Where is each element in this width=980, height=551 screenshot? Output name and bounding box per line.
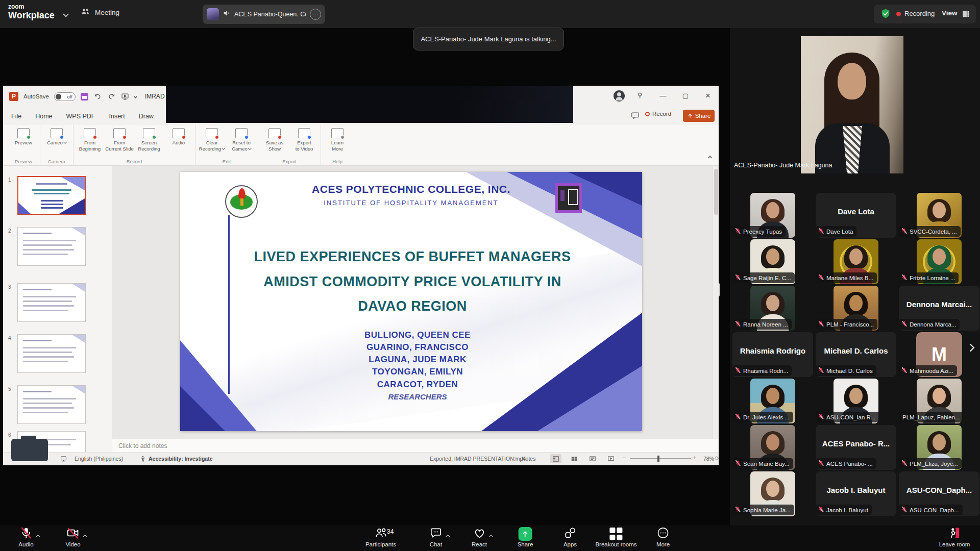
account-avatar-icon[interactable]	[614, 90, 625, 102]
close-button[interactable]: ✕	[700, 90, 716, 102]
participant-tile[interactable]: Dave LotaDave Lota	[816, 193, 896, 238]
zoom-in-icon[interactable]: +	[693, 455, 696, 461]
current-slide[interactable]: ACES POLYTECHNIC COLLEGE, INC. INSTITUTE…	[180, 172, 642, 431]
menu-insert[interactable]: Insert	[109, 113, 125, 120]
slide-sorter-icon[interactable]	[569, 454, 580, 463]
participant-tile[interactable]: SVCC-Cordeta, ...	[899, 193, 979, 238]
tab-active-meeting[interactable]: ACES Panabo-Queen. Cee B ···	[203, 5, 325, 24]
next-page-chevron-icon[interactable]	[968, 343, 973, 353]
chevron-up-icon[interactable]	[36, 531, 39, 540]
slide-thumbnail-1[interactable]	[17, 176, 86, 215]
toolbar-participants-button[interactable]: 34Participants	[365, 527, 396, 547]
quick-access-caret-icon[interactable]	[134, 94, 137, 98]
view-layout-icon[interactable]	[962, 10, 970, 20]
zoom-out-icon[interactable]: −	[623, 455, 626, 461]
slideshow-icon[interactable]	[121, 93, 129, 101]
toolbar-share-button[interactable]: Share	[518, 527, 533, 547]
ribbon-button-preview[interactable]: Preview	[9, 127, 38, 146]
vertical-scrollbar[interactable]	[713, 166, 719, 439]
redo-icon[interactable]	[107, 93, 116, 101]
ribbon-button-learn-more[interactable]: LearnMore	[323, 127, 352, 152]
chevron-up-icon[interactable]	[83, 531, 86, 540]
participant-tile[interactable]: Mariane Miles B...	[816, 239, 896, 284]
active-speaker-video[interactable]	[801, 36, 903, 173]
view-button[interactable]: View	[942, 9, 958, 17]
participant-tile[interactable]: Fritzie Lorraine ...	[899, 239, 979, 284]
ribbon-button-audio[interactable]: Audio	[164, 127, 193, 152]
toolbar-leave-room-button[interactable]: Leave room	[939, 527, 970, 547]
fit-slide-icon[interactable]: ◇	[715, 455, 719, 461]
ppt-share-button[interactable]: Share	[683, 110, 715, 122]
participant-tile[interactable]: Dennona Marcai...Dennona Marca...	[899, 286, 979, 331]
slide-thumbnail-5[interactable]	[17, 385, 86, 424]
notes-area[interactable]: Click to add notes	[112, 439, 719, 452]
ribbon-button-screen-recording[interactable]: ScreenRecording	[135, 127, 163, 152]
slide-thumbnail-3[interactable]	[17, 283, 86, 322]
menu-wps-pdf[interactable]: WPS PDF	[66, 113, 95, 120]
more-options-icon[interactable]: ···	[310, 9, 321, 20]
save-icon[interactable]	[81, 93, 88, 101]
zoom-level[interactable]: 78%	[703, 456, 714, 462]
participant-tile[interactable]: Rhaismia RodrigoRhaismia Rodri...	[732, 332, 813, 377]
menu-home[interactable]: Home	[35, 113, 52, 120]
toolbar-chat-button[interactable]: Chat	[429, 527, 443, 547]
menu-draw[interactable]: Draw	[139, 113, 154, 120]
normal-view-icon[interactable]	[550, 454, 561, 463]
slide-panel[interactable]: 123456	[3, 166, 112, 452]
maximize-button[interactable]: ▢	[678, 90, 693, 102]
notes-toggle[interactable]: Notes	[522, 456, 535, 462]
ribbon-button-cameo[interactable]: Cameo	[42, 127, 71, 146]
participant-tile[interactable]: PLM - Francisco...	[816, 286, 896, 331]
participant-tile[interactable]: Sage Raijin E. C...	[732, 239, 813, 284]
display-settings-icon[interactable]	[60, 456, 67, 463]
slide-thumbnail-2[interactable]	[17, 227, 86, 266]
chevron-down-icon[interactable]	[63, 11, 68, 17]
participant-tile[interactable]: Michael D. CarlosMichael D. Carlos	[816, 332, 896, 377]
toolbar-more-button[interactable]: More	[656, 527, 670, 547]
minimize-button[interactable]: —	[655, 90, 671, 102]
recording-status[interactable]: Recording	[904, 10, 935, 17]
autosave-toggle[interactable]: off	[54, 92, 76, 101]
ppt-record-button[interactable]: Record	[645, 111, 671, 117]
participant-tile[interactable]: PLM_Lapuz, Fabien...	[899, 379, 979, 423]
toolbar-apps-button[interactable]: Apps	[564, 527, 577, 547]
participant-tile[interactable]: Ranna Noreen ...	[732, 286, 813, 331]
collapse-ribbon-icon[interactable]	[708, 152, 712, 161]
slideshow-view-icon[interactable]	[605, 454, 617, 463]
participant-tile[interactable]: Preexcy Tupas	[732, 193, 813, 238]
security-shield-icon[interactable]	[880, 8, 891, 21]
slide-thumbnail-4[interactable]	[17, 334, 86, 373]
tab-meeting[interactable]: Meeting	[80, 7, 119, 18]
ribbon-button-save-as-show[interactable]: Save asShow	[260, 127, 289, 152]
ribbon-button-from-beginning[interactable]: FromBeginning	[76, 127, 104, 152]
participant-tile[interactable]: Dr. Jules Alexis ...	[732, 379, 813, 423]
ribbon-button-reset-to-cameo[interactable]: Reset toCameo	[227, 127, 256, 152]
ribbon-button-clear-recording[interactable]: ClearRecording	[198, 127, 226, 152]
ribbon-button-export-to-video[interactable]: Exportto Video	[290, 127, 318, 152]
participant-tile[interactable]: Sophia Marie Ja...	[732, 471, 813, 516]
toolbar-audio-button[interactable]: Audio	[18, 527, 33, 547]
slide-number: 4	[8, 335, 11, 341]
lightbulb-icon[interactable]: ⚲	[638, 91, 643, 99]
reading-view-icon[interactable]	[587, 454, 598, 463]
participant-tile[interactable]: ASU-CON_Ian R...	[816, 379, 896, 423]
chevron-up-icon[interactable]	[446, 531, 449, 540]
menu-file[interactable]: File	[11, 113, 21, 120]
toolbar-react-button[interactable]: React	[472, 527, 487, 547]
accessibility-status[interactable]: Accessibility: Investigate	[149, 456, 212, 462]
toolbar-breakout-rooms-button[interactable]: Breakout rooms	[595, 527, 636, 547]
participant-tile[interactable]: ASU-CON_Daph...ASU-CON_Daph...	[899, 471, 979, 516]
language-status[interactable]: English (Philippines)	[75, 456, 123, 462]
chevron-up-icon[interactable]	[489, 531, 493, 540]
participant-tile[interactable]: Jacob I. BaluyutJacob I. Baluyut	[816, 471, 896, 516]
ribbon-button-from-current-slide[interactable]: FromCurrent Slide	[105, 127, 134, 152]
participant-label: Ranna Noreen ...	[732, 319, 792, 330]
participant-tile[interactable]: PLM_Eliza, Joyc...	[899, 425, 979, 470]
participant-tile[interactable]: MMahmooda Azi...	[899, 332, 979, 377]
comments-icon[interactable]	[631, 111, 640, 121]
participant-tile[interactable]: Sean Marie Bay...	[732, 425, 813, 470]
participant-tile[interactable]: ACES Panabo- R...ACES Panabo- ...	[816, 425, 896, 470]
undo-icon[interactable]	[93, 93, 102, 101]
toolbar-video-button[interactable]: Video	[65, 527, 80, 547]
zoom-slider[interactable]	[630, 458, 691, 459]
